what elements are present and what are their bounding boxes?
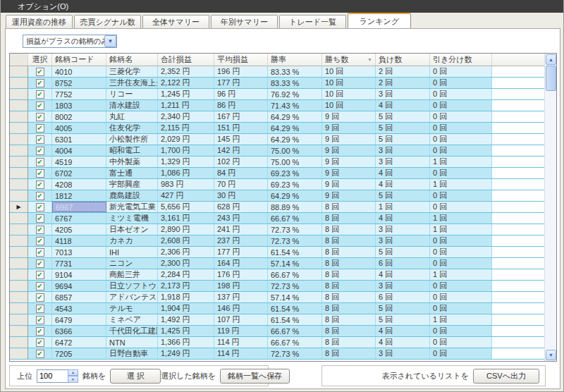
cell-draws[interactable]: 0 回 bbox=[430, 66, 492, 77]
cell-avg[interactable]: 107 円 bbox=[214, 314, 268, 325]
cell-wins[interactable]: 8 回 bbox=[322, 269, 376, 280]
cell-wins[interactable]: 8 回 bbox=[322, 292, 376, 302]
cell-total[interactable]: 2,284 円 bbox=[158, 269, 214, 280]
cell-total[interactable]: 2,352 円 bbox=[158, 66, 214, 77]
cell-draws[interactable]: 0 回 bbox=[430, 202, 492, 212]
cell-wins[interactable]: 9 回 bbox=[322, 190, 376, 201]
cell-name[interactable]: 日立ソフトウェアエ.. bbox=[106, 281, 158, 291]
row-checkbox[interactable]: ✔ bbox=[36, 293, 44, 302]
cell-name[interactable]: 商船三井 bbox=[106, 269, 158, 280]
row-checkbox[interactable]: ✔ bbox=[36, 135, 44, 144]
cell-rate[interactable]: 72.73 % bbox=[268, 348, 322, 359]
cell-rate[interactable]: 64.29 % bbox=[268, 190, 322, 201]
cell-losses[interactable]: 6 回 bbox=[376, 292, 430, 302]
cell-total[interactable]: 5,656 円 bbox=[158, 202, 214, 212]
cell-rate[interactable]: 75.00 % bbox=[268, 157, 322, 167]
row-checkbox[interactable]: ✔ bbox=[36, 237, 44, 245]
cell-name[interactable]: 小松製作所 bbox=[106, 134, 158, 145]
tab-2[interactable]: 売買シグナル数 bbox=[74, 15, 141, 28]
cell-wins[interactable]: 8 回 bbox=[322, 326, 376, 336]
cell-name[interactable]: 千代田化工建設 bbox=[106, 326, 158, 336]
cell-rate[interactable]: 72.73 % bbox=[268, 235, 322, 246]
cell-losses[interactable]: 4 回 bbox=[376, 213, 430, 223]
cell-wins[interactable]: 8 回 bbox=[322, 224, 376, 235]
cell-losses[interactable]: 4 回 bbox=[376, 168, 430, 178]
cell-avg[interactable]: 167 円 bbox=[214, 111, 268, 122]
row-checkbox[interactable]: ✔ bbox=[36, 282, 44, 290]
cell-code[interactable]: 6301 bbox=[52, 134, 106, 145]
row-header-cell[interactable] bbox=[10, 157, 28, 167]
cell-draws[interactable]: 1 回 bbox=[430, 157, 492, 167]
row-checkbox[interactable]: ✔ bbox=[36, 79, 44, 87]
tab-3[interactable]: 全体サマリー bbox=[142, 15, 209, 28]
column-header-losses[interactable]: 負け数 bbox=[376, 54, 430, 66]
cell-rate[interactable]: 83.33 % bbox=[268, 66, 322, 77]
row-header-cell[interactable] bbox=[10, 190, 28, 201]
cell-rate[interactable]: 75.00 % bbox=[268, 145, 322, 156]
cell-wins[interactable]: 8 回 bbox=[322, 281, 376, 291]
vertical-scrollbar[interactable]: ▲ ▼ bbox=[544, 54, 556, 361]
row-checkbox[interactable]: ✔ bbox=[36, 248, 44, 257]
row-header-cell[interactable] bbox=[10, 168, 28, 178]
row-header-cell[interactable] bbox=[10, 134, 28, 145]
row-header-cell[interactable] bbox=[10, 224, 28, 235]
menu-options[interactable]: オプション(O) bbox=[12, 1, 74, 12]
row-checkbox[interactable]: ✔ bbox=[36, 124, 44, 133]
row-checkbox[interactable]: ✔ bbox=[36, 180, 44, 189]
cell-code[interactable]: 6366 bbox=[52, 326, 106, 336]
cell-draws[interactable]: 0 回 bbox=[430, 123, 492, 133]
cell-draws[interactable]: 0 回 bbox=[430, 145, 492, 156]
filter-dropdown[interactable]: 損益がプラスの銘柄のみ表示 ▼ bbox=[23, 35, 117, 48]
cell-avg[interactable]: 177 円 bbox=[214, 247, 268, 257]
cell-total[interactable]: 2,029 円 bbox=[158, 134, 214, 145]
cell-draws[interactable]: 0 回 bbox=[430, 111, 492, 122]
cell-name[interactable]: 清水建設 bbox=[106, 100, 158, 111]
row-header-cell[interactable] bbox=[10, 258, 28, 269]
scroll-down-icon[interactable]: ▼ bbox=[546, 350, 556, 360]
cell-total[interactable]: 2,890 円 bbox=[158, 224, 214, 235]
row-checkbox[interactable]: ✔ bbox=[36, 327, 44, 336]
cell-code[interactable]: 6479 bbox=[52, 314, 106, 325]
tab-5[interactable]: トレード一覧 bbox=[279, 15, 346, 28]
cell-name[interactable]: 三井住友海上火.. bbox=[106, 78, 158, 88]
cell-wins[interactable]: 8 回 bbox=[322, 314, 376, 325]
cell-wins[interactable]: 9 回 bbox=[322, 157, 376, 167]
cell-draws[interactable]: 0 回 bbox=[430, 190, 492, 201]
cell-code[interactable]: 6767 bbox=[52, 213, 106, 223]
cell-draws[interactable]: 0 回 bbox=[430, 337, 492, 348]
cell-total[interactable]: 1,904 円 bbox=[158, 303, 214, 314]
cell-rate[interactable]: 61.54 % bbox=[268, 314, 322, 325]
cell-draws[interactable]: 0 回 bbox=[430, 281, 492, 291]
cell-rate[interactable]: 66.67 % bbox=[268, 337, 322, 348]
cell-draws[interactable]: 0 回 bbox=[430, 303, 492, 314]
row-checkbox[interactable]: ✔ bbox=[36, 68, 44, 76]
row-checkbox[interactable]: ✔ bbox=[36, 147, 44, 155]
cell-rate[interactable]: 61.54 % bbox=[268, 247, 322, 257]
cell-total[interactable]: 3,161 円 bbox=[158, 213, 214, 223]
cell-wins[interactable]: 9 回 bbox=[322, 168, 376, 178]
cell-rate[interactable]: 88.89 % bbox=[268, 202, 322, 212]
cell-draws[interactable]: 0 回 bbox=[430, 348, 492, 359]
cell-rate[interactable]: 69.23 % bbox=[268, 168, 322, 178]
cell-total[interactable]: 1,425 円 bbox=[158, 326, 214, 336]
cell-name[interactable]: テルモ bbox=[106, 303, 158, 314]
cell-rate[interactable]: 57.14 % bbox=[268, 258, 322, 269]
cell-draws[interactable]: 0 回 bbox=[430, 247, 492, 257]
cell-total[interactable]: 2,122 円 bbox=[158, 78, 214, 88]
cell-code[interactable]: 4519 bbox=[52, 157, 106, 167]
row-checkbox[interactable]: ✔ bbox=[36, 259, 44, 268]
cell-name[interactable]: 新光電気工業 bbox=[106, 202, 158, 212]
cell-rate[interactable]: 64.29 % bbox=[268, 134, 322, 145]
row-header-cell[interactable]: ▶ bbox=[10, 202, 28, 212]
cell-name[interactable]: 日野自動車 bbox=[106, 348, 158, 359]
cell-losses[interactable]: 5 回 bbox=[376, 247, 430, 257]
row-checkbox[interactable]: ✔ bbox=[36, 169, 44, 178]
cell-code[interactable]: 4543 bbox=[52, 303, 106, 314]
cell-losses[interactable]: 2 回 bbox=[376, 78, 430, 88]
cell-code[interactable]: 9104 bbox=[52, 269, 106, 280]
cell-avg[interactable]: 96 円 bbox=[214, 89, 268, 99]
cell-losses[interactable]: 3 回 bbox=[376, 224, 430, 235]
cell-avg[interactable]: 137 円 bbox=[214, 292, 268, 302]
spin-up-icon[interactable]: ▲ bbox=[68, 369, 78, 376]
cell-code[interactable]: 1812 bbox=[52, 190, 106, 201]
